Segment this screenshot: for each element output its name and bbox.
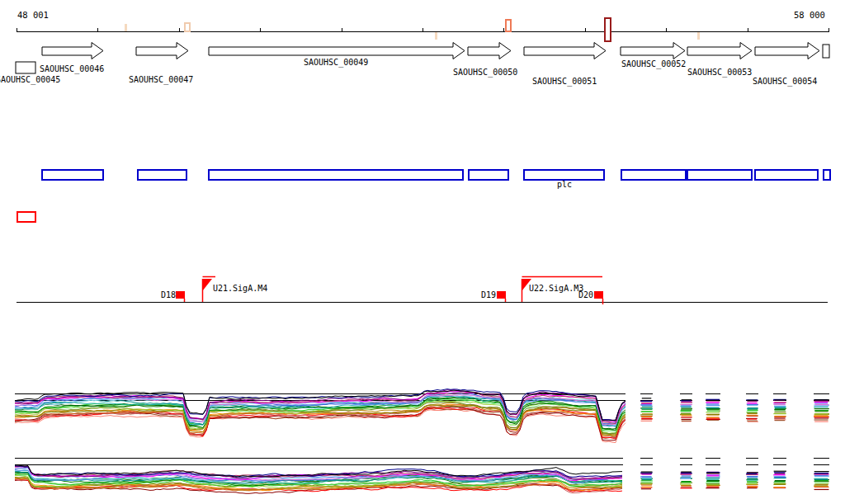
operon-box[interactable] [138,170,186,180]
operon-track [42,170,830,180]
gene-label: SAOUHSC_00045 [0,75,60,85]
operon-box[interactable] [824,170,830,180]
ruler [17,18,829,41]
gene-label: SAOUHSC_00052 [621,59,686,69]
ruler-feature-pale-tick-1[interactable] [125,24,127,31]
flag-label-U22.SigA.M3: U22.SigA.M3 [529,284,583,293]
gene-arrow-SAOUHSC_00047[interactable] [136,43,188,59]
gene-arrow-SAOUHSC_00052[interactable] [621,43,685,59]
gene-arrow-SAOUHSC_00051[interactable] [524,43,606,59]
ruler-feature-salmon-box[interactable] [506,20,511,31]
gene-label: SAOUHSC_00051 [532,77,597,87]
ruler-end-label: 58 000 [794,11,825,20]
expression-track-2 [15,459,829,494]
ruler-feature-pale-tick-2[interactable] [435,32,437,40]
operon-box[interactable] [209,170,463,180]
ruler-feature-pale-tick-3[interactable] [697,32,700,40]
operon-box[interactable] [524,170,604,180]
operon-box[interactable] [621,170,686,180]
ruler-start-label: 48 001 [17,11,49,20]
gene-arrow-SAOUHSC_00053[interactable] [687,43,752,59]
flag-pennant-U21.SigA.M4[interactable] [203,279,213,291]
gene-arrow-SAOUHSC_00049[interactable] [209,43,465,59]
operon-label-plc: plc [546,181,583,189]
marker-label-D18: D18 [161,290,176,299]
gene-arrow-SAOUHSC_00046[interactable] [42,43,103,59]
gene-box-SAOUHSC_00045[interactable] [16,62,35,73]
browser-svg: SAOUHSC_00045SAOUHSC_00046SAOUHSC_00047S… [0,0,845,504]
gene-label: SAOUHSC_00049 [304,58,368,68]
marker-square-D19[interactable] [497,291,506,299]
gene-label: SAOUHSC_00054 [753,77,817,87]
marker-square-D20[interactable] [594,291,603,299]
marker-label-D19: D19 [481,290,496,299]
ruler-feature-darkred-box[interactable] [605,18,611,41]
gene-arrow-SAOUHSC_00050[interactable] [468,43,511,59]
operon-box[interactable] [42,170,103,180]
ruler-feature-pale-box[interactable] [185,23,190,31]
gene-label: SAOUHSC_00047 [129,75,193,85]
operon-box[interactable] [469,170,508,180]
operon-box[interactable] [755,170,818,180]
marker-track: D18D19D20U21.SigA.M4U22.SigA.M3 [17,277,828,305]
gene-track: SAOUHSC_00045SAOUHSC_00046SAOUHSC_00047S… [0,43,829,87]
expression-track-1 [15,389,829,443]
flag-label-U21.SigA.M4: U21.SigA.M4 [213,284,267,293]
marker-square-D18[interactable] [176,291,185,299]
red-annotation-box[interactable] [17,212,35,222]
gene-label: SAOUHSC_00050 [453,68,517,78]
operon-box[interactable] [687,170,752,180]
gene-label: SAOUHSC_00053 [687,68,752,78]
genome-browser-canvas: SAOUHSC_00045SAOUHSC_00046SAOUHSC_00047S… [0,0,845,504]
gene-box-partial[interactable] [823,45,829,58]
gene-label: SAOUHSC_00046 [40,64,104,74]
gene-arrow-SAOUHSC_00054[interactable] [755,43,819,59]
